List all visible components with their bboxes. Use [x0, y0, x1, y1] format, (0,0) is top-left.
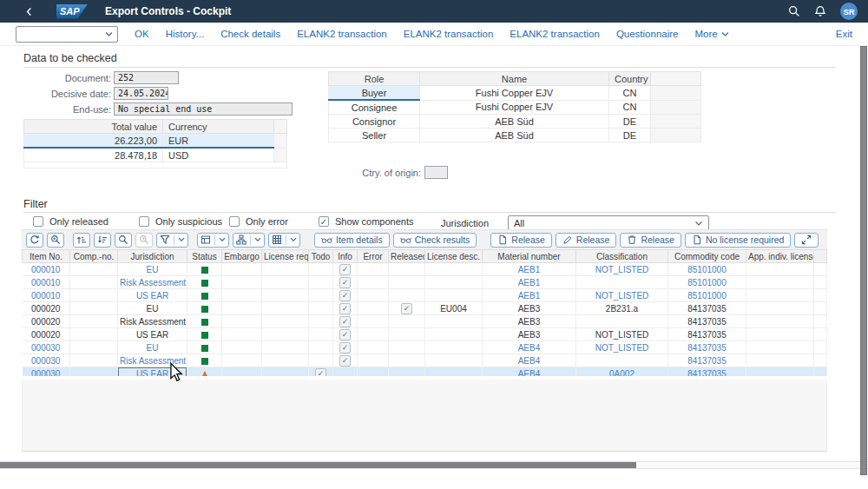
command-combobox[interactable] [16, 26, 118, 43]
hierarchy-icon-button[interactable] [233, 233, 265, 248]
column-header[interactable]: Total value [24, 120, 163, 134]
expand-icon-button[interactable] [794, 233, 819, 248]
table-row[interactable]: 000010US EAR✓AEB1NOT_LISTED85101000 [23, 289, 827, 302]
column-header-license_desc[interactable]: License desc. [425, 250, 483, 263]
no-license-required-button[interactable]: No license required [685, 233, 791, 248]
checkbox-checked-icon[interactable]: ✓ [339, 303, 351, 314]
checkbox-checked-icon[interactable]: ✓ [339, 277, 351, 288]
column-header-app_indiv[interactable]: App. indiv. license [746, 250, 814, 263]
action-link[interactable]: History... [166, 29, 205, 39]
horizontal-scrollbar[interactable] [0, 461, 868, 469]
release-button[interactable]: Release [556, 233, 617, 248]
column-header-classification[interactable]: Classification [576, 250, 668, 263]
info-cell: ✓ [333, 341, 358, 354]
released-cell [389, 263, 425, 276]
filter-icon-button[interactable] [156, 233, 188, 248]
filter-checkbox-only-suspicious[interactable]: Only suspicious [139, 216, 222, 227]
notifications-bell-icon[interactable] [814, 5, 826, 17]
filter-checkbox-only-released[interactable]: Only released [33, 216, 108, 227]
back-icon[interactable] [24, 6, 34, 17]
filter-checkbox-show-components[interactable]: ✓Show components [319, 216, 414, 227]
filler-header [814, 250, 827, 263]
column-header[interactable]: Country [609, 72, 651, 86]
table-row[interactable]: 28.478,18USD [24, 148, 287, 162]
release-button[interactable]: Release [620, 233, 681, 248]
vertical-scrollbar[interactable] [860, 45, 867, 478]
action-links: OKHistory...Check detailsELANK2 transact… [135, 29, 678, 39]
chevron-down-icon [721, 31, 729, 37]
checkbox-checked-icon[interactable]: ✓ [339, 316, 351, 327]
checkbox-checked-icon[interactable]: ✓ [339, 329, 351, 340]
table-row[interactable]: BuyerFushi Copper EJVCN [329, 86, 701, 101]
horizontal-scrollbar-thumb[interactable] [0, 462, 636, 468]
table-row[interactable]: ConsignorAEB SüdDE [329, 115, 701, 129]
action-link[interactable]: ELANK2 transaction [404, 29, 494, 39]
table-row[interactable]: ConsigneeFushi Copper EJVCN [329, 100, 701, 115]
sort-descending-icon-button[interactable] [94, 233, 111, 248]
check-results-button[interactable]: Check results [393, 233, 477, 248]
refresh-icon-button[interactable] [26, 233, 43, 248]
table-row[interactable]: SellerAEB SüdDE [329, 129, 701, 142]
table-row[interactable]: 26.223,00EUR [24, 134, 287, 149]
action-link[interactable]: Check details [220, 29, 280, 39]
chevron-down-icon [694, 221, 703, 227]
filler-cell [814, 289, 827, 302]
avatar[interactable]: SR [840, 3, 858, 20]
field-input[interactable]: 252 [114, 71, 179, 84]
find-next-icon-button[interactable] [135, 233, 153, 248]
column-header-info[interactable]: Info [333, 250, 358, 263]
search-icon[interactable] [788, 5, 800, 17]
country-of-origin-field[interactable] [424, 166, 448, 179]
checkbox-checked-icon[interactable]: ✓ [339, 290, 351, 301]
find-icon-button[interactable] [115, 233, 132, 248]
column-header-item[interactable]: Item No. [23, 250, 70, 263]
column-header-status[interactable]: Status [187, 250, 222, 263]
commodity-cell: 85101000 [668, 276, 746, 289]
exit-button[interactable]: Exit [836, 29, 852, 39]
document-icon [497, 235, 508, 245]
table-row[interactable]: 000010EU✓AEB1NOT_LISTED85101000 [23, 263, 827, 276]
view-settings-icon-button[interactable] [197, 233, 229, 248]
column-header-material[interactable]: Material number [483, 250, 576, 263]
column-header-todo[interactable]: Todo [309, 250, 333, 263]
table-row[interactable]: 000020US EAR✓AEB3NOT_LISTED84137035 [23, 328, 827, 341]
table-row[interactable]: 000020EU✓✓EU004AEB32B231.a84137035 [23, 302, 827, 315]
table-row[interactable]: 000010Risk Assessment✓AEB185101000 [23, 276, 827, 289]
zoom-in-icon-button[interactable] [47, 233, 64, 248]
column-header-license_req[interactable]: License req. [262, 250, 309, 263]
column-header[interactable]: Role [329, 72, 420, 86]
action-link[interactable]: OK [135, 29, 149, 39]
table-settings-icon-button[interactable] [268, 233, 300, 248]
release-button[interactable]: Release [490, 233, 552, 248]
action-link[interactable]: ELANK2 transaction [297, 29, 387, 39]
column-header[interactable]: Currency [163, 120, 274, 134]
column-header[interactable]: Name [420, 72, 609, 86]
more-menu-button[interactable]: More [694, 29, 728, 39]
filler-cell [274, 120, 287, 134]
table-row[interactable]: 000030EU✓AEB4NOT_LISTED84137035 [23, 341, 827, 354]
column-header-jurisdiction[interactable]: Jurisdiction [118, 250, 187, 263]
checkbox-checked-icon[interactable]: ✓ [339, 355, 351, 367]
view-settings-icon [201, 235, 211, 245]
country-cell: DE [609, 115, 651, 129]
column-header-released[interactable]: Released [389, 250, 425, 263]
column-header-comp[interactable]: Comp.-no. [70, 250, 118, 263]
vertical-scrollbar-thumb[interactable] [860, 46, 867, 475]
commodity-cell: 84137035 [668, 328, 746, 341]
action-link[interactable]: Questionnaire [616, 29, 679, 39]
field-input[interactable]: No special end use [114, 102, 293, 116]
table-row[interactable]: 000020Risk Assessment✓AEB384137035 [23, 315, 827, 328]
checkbox-checked-icon[interactable]: ✓ [339, 264, 351, 275]
column-header-error[interactable]: Error [358, 250, 389, 263]
field-input[interactable]: 24.05.2024 [114, 87, 168, 100]
sort-ascending-icon-button[interactable] [73, 233, 90, 248]
action-link[interactable]: ELANK2 transaction [510, 29, 600, 39]
column-header-commodity[interactable]: Commodity code [668, 250, 746, 263]
status-cell [187, 315, 222, 328]
checkbox-checked-icon[interactable]: ✓ [339, 342, 351, 354]
column-header-embargo[interactable]: Embargo [222, 250, 262, 263]
filter-checkbox-only-error[interactable]: Only error [229, 216, 288, 227]
item-details-button[interactable]: Item details [314, 233, 390, 248]
table-row[interactable]: 000030Risk Assessment✓AEB484137035 [23, 354, 827, 367]
checkbox-checked-icon[interactable]: ✓ [401, 303, 412, 314]
